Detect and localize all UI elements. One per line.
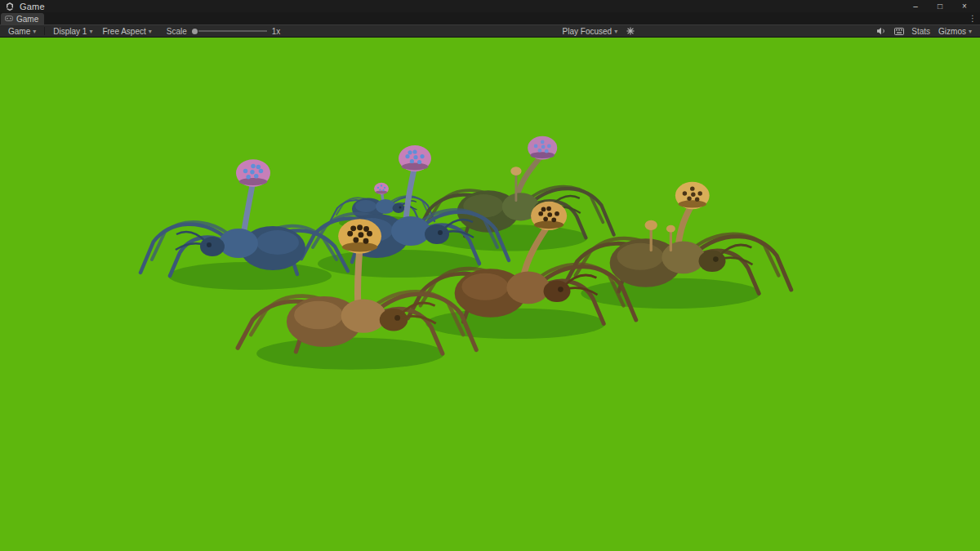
window-controls: – □ × <box>903 0 977 12</box>
chevron-down-icon: ▾ <box>614 28 617 35</box>
chevron-down-icon: ▾ <box>89 28 92 35</box>
stats-toggle[interactable]: Stats <box>910 27 932 36</box>
scale-value: 1x <box>270 27 283 36</box>
window-title: Game <box>20 2 45 11</box>
window-titlebar: Game – □ × <box>0 0 980 12</box>
scale-label: Scale <box>165 27 189 36</box>
device-input-icon[interactable] <box>892 28 906 35</box>
creature-blue-mushroom-ant-left <box>140 159 348 290</box>
game-scene <box>0 38 980 551</box>
aspect-ratio-dropdown-label: Free Aspect <box>102 27 145 36</box>
game-toolbar: Game ▾ Display 1 ▾ Free Aspect ▾ Scale 1… <box>0 24 980 38</box>
game-mode-dropdown[interactable]: Game ▾ <box>5 25 39 37</box>
tab-game[interactable]: Game <box>1 13 44 24</box>
scale-slider-track[interactable] <box>198 30 267 32</box>
gizmos-dropdown-label: Gizmos <box>938 27 966 36</box>
scale-slider[interactable] <box>192 29 267 34</box>
window-menu-icon[interactable]: ⋮ <box>969 13 977 24</box>
chevron-down-icon: ▾ <box>149 28 152 35</box>
display-dropdown[interactable]: Display 1 ▾ <box>50 25 96 37</box>
unity-logo-icon <box>5 1 16 11</box>
close-button[interactable]: × <box>952 0 977 12</box>
chevron-down-icon: ▾ <box>33 28 36 35</box>
aspect-ratio-dropdown[interactable]: Free Aspect ▾ <box>99 25 154 37</box>
toolbar-divider <box>44 27 45 35</box>
tab-label: Game <box>16 15 38 24</box>
game-mode-dropdown-label: Game <box>8 27 30 36</box>
display-dropdown-label: Display 1 <box>53 27 87 36</box>
maximize-button[interactable]: □ <box>928 0 952 12</box>
tab-strip: Game ⋮ <box>0 12 980 24</box>
minimize-button[interactable]: – <box>903 0 928 12</box>
game-view-icon <box>5 16 13 22</box>
scale-slider-thumb[interactable] <box>192 29 198 34</box>
play-focused-dropdown[interactable]: Play Focused ▾ <box>559 25 621 37</box>
game-viewport[interactable] <box>0 38 980 551</box>
play-focused-dropdown-label: Play Focused <box>563 27 612 36</box>
snowflake-icon[interactable] <box>624 27 637 35</box>
mute-audio-icon[interactable] <box>874 27 889 35</box>
gizmos-dropdown[interactable]: Gizmos ▾ <box>935 25 975 37</box>
chevron-down-icon: ▾ <box>969 28 972 35</box>
